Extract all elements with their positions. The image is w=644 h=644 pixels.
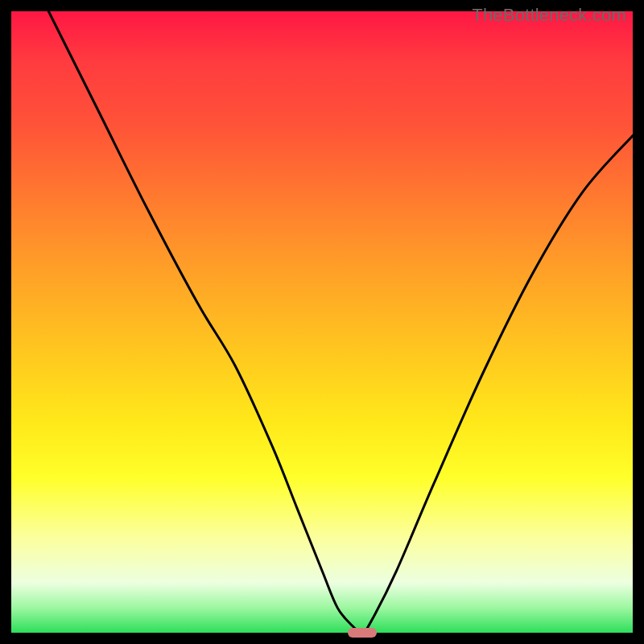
bottleneck-curve bbox=[11, 11, 633, 633]
chart-frame: TheBottleneck.com bbox=[0, 0, 644, 644]
minimum-marker bbox=[348, 628, 377, 638]
watermark-text: TheBottleneck.com bbox=[472, 5, 626, 26]
